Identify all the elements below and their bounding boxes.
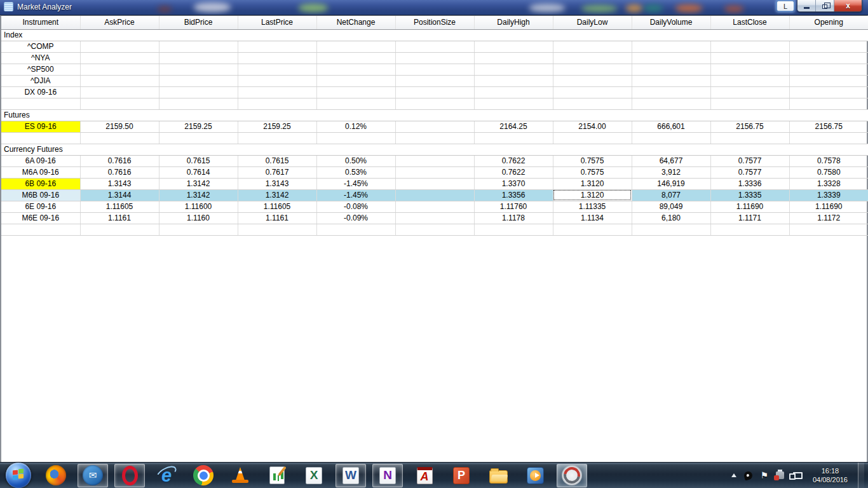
value-cell[interactable]: 1.3142 (159, 189, 238, 201)
value-cell[interactable] (395, 201, 474, 212)
value-cell[interactable]: 0.7577 (710, 166, 789, 178)
value-cell[interactable] (159, 41, 238, 52)
value-cell[interactable]: 1.3335 (710, 189, 789, 201)
ninjatrader-taskbar-button[interactable] (557, 464, 587, 487)
show-desktop-button[interactable] (858, 463, 864, 488)
instrument-cell[interactable] (1, 224, 80, 235)
value-cell[interactable]: 1.3339 (789, 189, 868, 201)
value-cell[interactable] (80, 86, 159, 98)
value-cell[interactable]: 0.7578 (789, 155, 868, 166)
value-cell[interactable] (632, 132, 710, 144)
value-cell[interactable]: 1.3143 (80, 178, 159, 189)
column-header-bidprice[interactable]: BidPrice (159, 16, 238, 29)
value-cell[interactable]: 1.1161 (238, 212, 316, 224)
value-cell[interactable] (395, 41, 474, 52)
value-cell[interactable]: 1.11760 (474, 201, 553, 212)
internet-explorer-taskbar-button[interactable] (151, 464, 182, 487)
instrument-cell[interactable] (1, 98, 80, 109)
value-cell[interactable] (553, 86, 632, 98)
value-cell[interactable] (316, 75, 395, 86)
value-cell[interactable] (316, 132, 395, 144)
value-cell[interactable]: 0.7622 (474, 166, 553, 178)
value-cell[interactable]: 666,601 (632, 121, 710, 132)
value-cell[interactable]: 1.3120 (553, 189, 632, 201)
value-cell[interactable] (710, 224, 789, 235)
value-cell[interactable]: 1.3370 (474, 178, 553, 189)
value-cell[interactable] (395, 121, 474, 132)
value-cell[interactable] (789, 224, 868, 235)
value-cell[interactable]: 1.3144 (80, 189, 159, 201)
value-cell[interactable] (316, 64, 395, 75)
dish-tray-icon[interactable] (743, 470, 754, 480)
value-cell[interactable] (553, 64, 632, 75)
instrument-cell[interactable]: ^DJIA (1, 75, 80, 86)
thunderbird-taskbar-button[interactable] (78, 464, 108, 487)
value-cell[interactable]: 1.3356 (474, 189, 553, 201)
onenote-taskbar-button[interactable] (372, 464, 403, 487)
instrument-cell[interactable]: M6B 09-16 (1, 189, 80, 201)
value-cell[interactable] (316, 41, 395, 52)
value-cell[interactable]: 0.7615 (238, 155, 316, 166)
value-cell[interactable] (474, 41, 553, 52)
value-cell[interactable]: 1.1171 (710, 212, 789, 224)
close-button[interactable]: x (834, 0, 862, 11)
value-cell[interactable] (632, 224, 710, 235)
value-cell[interactable] (474, 86, 553, 98)
start-button[interactable] (4, 464, 33, 487)
value-cell[interactable] (789, 41, 868, 52)
value-cell[interactable]: 0.53% (316, 166, 395, 178)
value-cell[interactable] (238, 52, 316, 64)
value-cell[interactable] (395, 166, 474, 178)
value-cell[interactable]: 2164.25 (474, 121, 553, 132)
value-cell[interactable] (80, 52, 159, 64)
value-cell[interactable] (316, 224, 395, 235)
value-cell[interactable] (710, 64, 789, 75)
value-cell[interactable]: 0.7577 (710, 155, 789, 166)
column-header-askprice[interactable]: AskPrice (80, 16, 159, 29)
value-cell[interactable] (159, 64, 238, 75)
value-cell[interactable] (80, 224, 159, 235)
value-cell[interactable] (789, 75, 868, 86)
value-cell[interactable] (316, 52, 395, 64)
value-cell[interactable] (395, 52, 474, 64)
value-cell[interactable] (238, 224, 316, 235)
value-cell[interactable] (632, 98, 710, 109)
value-cell[interactable]: 1.1134 (553, 212, 632, 224)
value-cell[interactable]: 0.50% (316, 155, 395, 166)
value-cell[interactable] (474, 64, 553, 75)
value-cell[interactable]: 1.11335 (553, 201, 632, 212)
value-cell[interactable]: 1.11605 (238, 201, 316, 212)
value-cell[interactable]: 1.11690 (710, 201, 789, 212)
value-cell[interactable] (395, 189, 474, 201)
value-cell[interactable] (159, 224, 238, 235)
value-cell[interactable] (80, 64, 159, 75)
value-cell[interactable] (80, 41, 159, 52)
value-cell[interactable]: 146,919 (632, 178, 710, 189)
value-cell[interactable] (710, 86, 789, 98)
powerpoint-taskbar-button[interactable] (446, 464, 477, 487)
column-header-lastprice[interactable]: LastPrice (238, 16, 316, 29)
chrome-taskbar-button[interactable] (188, 464, 219, 487)
instrument-cell[interactable]: ^SP500 (1, 64, 80, 75)
vlc-taskbar-button[interactable] (225, 464, 255, 487)
maximize-button[interactable] (816, 0, 834, 11)
value-cell[interactable] (80, 132, 159, 144)
value-cell[interactable] (159, 75, 238, 86)
value-cell[interactable] (316, 98, 395, 109)
clock[interactable]: 16:18 04/08/2016 (810, 466, 850, 484)
value-cell[interactable]: 0.7614 (159, 166, 238, 178)
value-cell[interactable] (474, 224, 553, 235)
value-cell[interactable] (553, 41, 632, 52)
value-cell[interactable]: -0.09% (316, 212, 395, 224)
value-cell[interactable]: 89,049 (632, 201, 710, 212)
instrument-cell[interactable]: ES 09-16 (1, 121, 80, 132)
value-cell[interactable]: 1.1172 (789, 212, 868, 224)
excel-taskbar-button[interactable] (299, 464, 329, 487)
value-cell[interactable] (159, 52, 238, 64)
value-cell[interactable] (789, 86, 868, 98)
action-center-flag-icon[interactable]: ⚑ (760, 470, 768, 480)
column-header-positionsize[interactable]: PositionSize (395, 16, 474, 29)
value-cell[interactable] (789, 52, 868, 64)
value-cell[interactable] (395, 132, 474, 144)
instrument-cell[interactable]: M6A 09-16 (1, 166, 80, 178)
